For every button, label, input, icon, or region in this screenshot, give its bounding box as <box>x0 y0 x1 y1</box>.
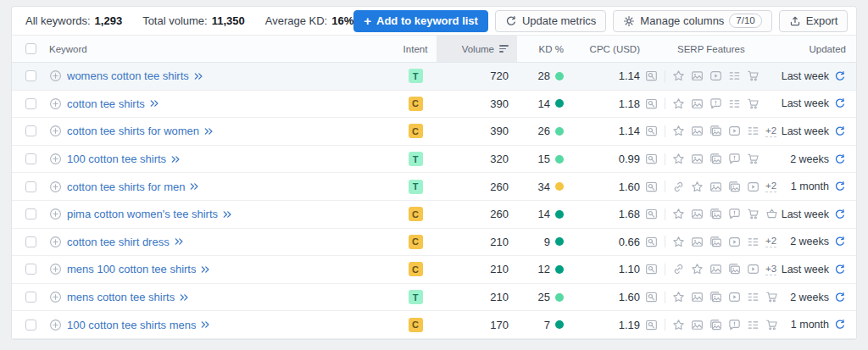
keyword-link[interactable]: mens 100 cotton tee shirts <box>67 263 196 275</box>
keyword-cell: cotton tee shirt dress <box>49 229 394 256</box>
add-keyword-icon[interactable] <box>49 263 62 275</box>
open-keyword-chevrons-icon[interactable] <box>200 319 210 330</box>
header-updated[interactable]: Updated <box>771 36 856 62</box>
row-refresh-icon[interactable] <box>834 125 846 137</box>
open-keyword-chevrons-icon[interactable] <box>200 264 210 275</box>
add-keyword-icon[interactable] <box>49 319 62 331</box>
row-checkbox[interactable] <box>25 125 36 136</box>
header-volume[interactable]: Volume <box>437 36 517 62</box>
volume-cell: 210 <box>437 256 517 283</box>
row-checkbox[interactable] <box>25 236 36 247</box>
export-button[interactable]: Export <box>779 10 849 32</box>
keyword-link[interactable]: womens cotton tee shirts <box>67 69 189 82</box>
row-checkbox[interactable] <box>25 181 36 192</box>
serp-preview-icon[interactable] <box>645 263 658 275</box>
select-all-checkbox[interactable] <box>25 43 36 54</box>
serp-preview-icon[interactable] <box>645 291 658 303</box>
manage-columns-button[interactable]: Manage columns 7/10 <box>613 10 771 32</box>
row-refresh-icon[interactable] <box>834 292 846 303</box>
add-keyword-icon[interactable] <box>49 291 62 303</box>
serp-sitelinks-icon <box>747 236 760 248</box>
header-label: Volume <box>462 44 494 54</box>
header-serp-features: SERP Features <box>640 36 771 62</box>
serp-video-icon <box>747 181 760 193</box>
keyword-link[interactable]: mens cotton tee shirts <box>67 291 175 303</box>
kd-value: 14 <box>538 208 550 220</box>
row-refresh-icon[interactable] <box>834 236 846 247</box>
header-kd[interactable]: KD % <box>517 36 564 62</box>
add-to-keyword-list-button[interactable]: + Add to keyword list <box>353 10 488 32</box>
cpc-value: 1.60 <box>619 291 640 303</box>
intent-cell: T <box>394 284 437 311</box>
row-checkbox[interactable] <box>25 264 36 275</box>
row-refresh-icon[interactable] <box>834 208 846 220</box>
intent-badge: C <box>409 262 423 276</box>
volume-value: 720 <box>490 69 509 82</box>
open-keyword-chevrons-icon[interactable] <box>222 209 232 219</box>
serp-icons <box>645 208 778 220</box>
open-keyword-chevrons-icon[interactable] <box>203 126 214 136</box>
cpc-value: 1.60 <box>619 181 640 193</box>
kd-cell: 28 <box>517 63 564 90</box>
row-refresh-icon[interactable] <box>834 181 846 192</box>
updated-value: Last week <box>782 208 829 220</box>
add-keyword-icon[interactable] <box>49 125 62 137</box>
row-checkbox-cell <box>12 256 49 283</box>
open-keyword-chevrons-icon[interactable] <box>189 181 199 192</box>
serp-star-icon <box>672 125 685 137</box>
row-checkbox[interactable] <box>25 319 36 331</box>
keyword-link[interactable]: pima cotton women's tee shirts <box>67 208 218 220</box>
add-keyword-icon[interactable] <box>49 181 62 193</box>
row-refresh-icon[interactable] <box>834 153 846 165</box>
add-keyword-icon[interactable] <box>49 236 62 248</box>
table-row: mens 100 cotton tee shirtsC210121.10+3La… <box>12 256 856 284</box>
keyword-link[interactable]: cotton tee shirts for men <box>67 181 185 193</box>
row-checkbox[interactable] <box>25 208 36 219</box>
serp-preview-icon[interactable] <box>645 97 658 110</box>
volume-cell: 210 <box>437 229 517 256</box>
cpc-cell: 1.14 <box>564 63 640 90</box>
keyword-link[interactable]: 100 cotton tee shirts mens <box>67 319 196 331</box>
header-label: CPC (USD) <box>590 44 640 54</box>
serp-cart-icon <box>747 208 760 220</box>
row-checkbox[interactable] <box>25 70 36 81</box>
open-keyword-chevrons-icon[interactable] <box>179 292 189 303</box>
serp-preview-icon[interactable] <box>645 208 658 220</box>
gear-icon <box>623 15 635 27</box>
row-checkbox[interactable] <box>25 98 36 109</box>
open-keyword-chevrons-icon[interactable] <box>149 98 159 108</box>
add-keyword-icon[interactable] <box>49 208 62 220</box>
keyword-link[interactable]: 100 cotton tee shirts <box>67 153 166 165</box>
row-checkbox[interactable] <box>25 153 36 164</box>
serp-preview-icon[interactable] <box>645 69 658 82</box>
serp-preview-icon[interactable] <box>645 125 658 137</box>
update-metrics-button[interactable]: Update metrics <box>495 10 606 32</box>
serp-preview-icon[interactable] <box>645 153 658 165</box>
row-refresh-icon[interactable] <box>834 97 846 109</box>
add-keyword-icon[interactable] <box>49 97 62 110</box>
serp-preview-icon[interactable] <box>645 319 658 331</box>
row-refresh-icon[interactable] <box>834 70 846 82</box>
cpc-cell: 1.60 <box>564 173 640 200</box>
serp-divider <box>665 264 665 275</box>
serp-preview-icon[interactable] <box>645 236 658 248</box>
serp-cart-icon <box>747 97 760 110</box>
open-keyword-chevrons-icon[interactable] <box>193 71 203 81</box>
serp-features-cell <box>640 63 771 90</box>
open-keyword-chevrons-icon[interactable] <box>174 236 184 247</box>
keyword-link[interactable]: cotton tee shirts for women <box>67 125 199 137</box>
serp-divider <box>665 208 665 220</box>
cpc-value: 1.14 <box>619 69 640 82</box>
row-checkbox[interactable] <box>25 292 36 303</box>
row-refresh-icon[interactable] <box>834 319 846 331</box>
serp-preview-icon[interactable] <box>645 181 658 193</box>
add-keyword-icon[interactable] <box>49 69 62 82</box>
serp-images-icon <box>728 263 741 275</box>
header-cpc[interactable]: CPC (USD) <box>564 36 640 62</box>
add-keyword-icon[interactable] <box>49 153 62 165</box>
keyword-link[interactable]: cotton tee shirts <box>67 97 145 110</box>
updated-cell: Last week <box>771 91 856 118</box>
open-keyword-chevrons-icon[interactable] <box>170 154 181 164</box>
row-refresh-icon[interactable] <box>834 264 846 275</box>
keyword-link[interactable]: cotton tee shirt dress <box>67 236 170 248</box>
